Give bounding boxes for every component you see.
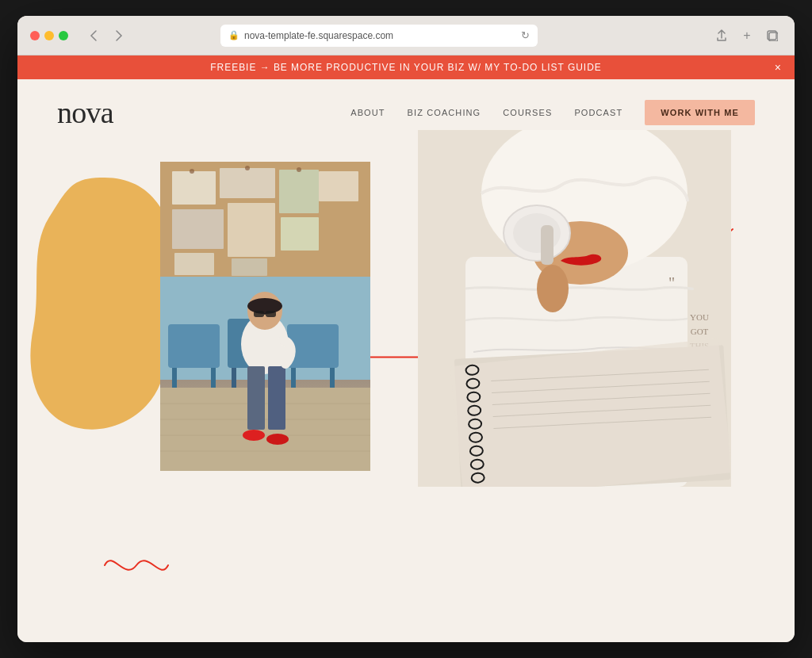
svg-point-49: [537, 265, 569, 312]
svg-rect-20: [172, 368, 177, 388]
svg-rect-12: [232, 258, 267, 276]
minimize-button[interactable]: [44, 31, 54, 40]
svg-rect-22: [232, 368, 236, 388]
svg-point-13: [190, 169, 194, 174]
back-button[interactable]: [84, 26, 103, 45]
traffic-lights: [30, 31, 68, 40]
layout-container: " YOU GOT THIS: [57, 146, 755, 633]
main-content: " YOU GOT THIS: [17, 146, 795, 633]
nav-podcast[interactable]: PODCAST: [574, 108, 622, 117]
photo-woman-waiting-room: [160, 162, 370, 471]
svg-rect-35: [266, 311, 276, 317]
svg-rect-38: [268, 366, 285, 430]
svg-rect-25: [330, 368, 335, 388]
forward-button[interactable]: [109, 26, 128, 45]
freebie-banner: FREEBIE → BE MORE PRODUCTIVE IN YOUR BIZ…: [17, 55, 795, 79]
lock-icon: 🔒: [228, 30, 239, 40]
svg-rect-11: [174, 253, 214, 275]
svg-text:YOU: YOU: [690, 312, 709, 322]
close-button[interactable]: [30, 31, 40, 40]
svg-rect-10: [281, 217, 319, 251]
svg-rect-26: [160, 388, 370, 471]
svg-rect-5: [220, 168, 275, 198]
url-text: nova-template-fe.squarespace.com: [244, 30, 393, 41]
browser-controls: [84, 26, 128, 45]
banner-close-button[interactable]: ×: [775, 61, 782, 74]
svg-rect-8: [172, 209, 224, 249]
svg-rect-4: [172, 171, 216, 205]
tabs-button[interactable]: [763, 26, 782, 45]
left-squiggle-decoration: [101, 541, 172, 589]
svg-rect-37: [247, 366, 265, 430]
svg-rect-17: [168, 324, 220, 368]
maximize-button[interactable]: [59, 31, 68, 40]
share-button[interactable]: [712, 26, 731, 45]
svg-rect-21: [211, 368, 216, 388]
svg-point-39: [243, 430, 265, 441]
nav-about[interactable]: ABOUT: [350, 108, 385, 117]
reload-button[interactable]: ↻: [521, 29, 530, 41]
nav-courses[interactable]: COURSES: [503, 108, 552, 117]
svg-text:GOT: GOT: [691, 327, 709, 336]
site-logo[interactable]: nova: [57, 95, 113, 130]
svg-point-15: [297, 167, 301, 172]
svg-text:": ": [668, 274, 675, 292]
banner-text: FREEBIE → BE MORE PRODUCTIVE IN YOUR BIZ…: [210, 62, 601, 73]
nav-biz-coaching[interactable]: BIZ COACHING: [408, 108, 481, 117]
address-bar[interactable]: 🔒 nova-template-fe.squarespace.com ↻: [220, 25, 538, 47]
photo-woman-headphones: " YOU GOT THIS: [418, 130, 731, 487]
browser-chrome: 🔒 nova-template-fe.squarespace.com ↻ +: [17, 16, 795, 55]
new-tab-button[interactable]: +: [737, 26, 756, 45]
svg-rect-50: [541, 225, 553, 265]
svg-rect-9: [228, 203, 275, 257]
svg-rect-7: [319, 171, 358, 201]
svg-point-33: [247, 298, 282, 314]
nav-links: ABOUT BIZ COACHING COURSES PODCAST WORK …: [350, 100, 755, 125]
website-content: FREEBIE → BE MORE PRODUCTIVE IN YOUR BIZ…: [17, 55, 795, 642]
nav-cta-button[interactable]: WORK WITH ME: [645, 100, 755, 125]
svg-rect-34: [254, 311, 264, 317]
svg-point-40: [266, 434, 289, 445]
svg-point-14: [245, 166, 250, 170]
browser-window: 🔒 nova-template-fe.squarespace.com ↻ + F…: [17, 16, 795, 642]
svg-rect-24: [291, 368, 296, 388]
svg-rect-6: [279, 170, 319, 213]
browser-actions: +: [712, 26, 782, 45]
